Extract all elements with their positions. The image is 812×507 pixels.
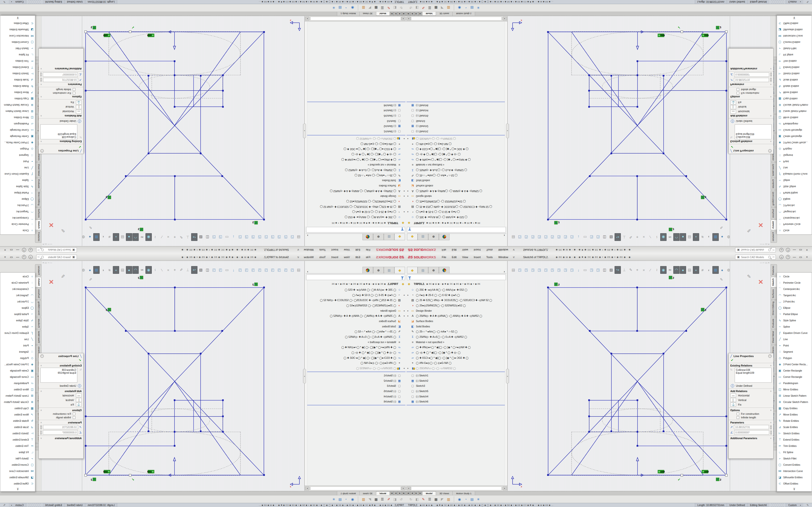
flyout-item[interactable]: ∷ Segment xyxy=(0,152,35,158)
flyout-item[interactable]: ↻ Rotate Entities xyxy=(0,418,35,424)
flyout-item[interactable]: ▦ Copy Entities xyxy=(0,405,35,411)
tab-nav-button[interactable]: ▶ xyxy=(394,12,398,16)
additional-parameters-header[interactable]: Additional Parameters ∨ xyxy=(730,67,772,70)
tree-item-sketch[interactable]: ▸ ▦ (-) Sketch6 xyxy=(406,399,507,404)
command-tab[interactable]: Surfaces xyxy=(771,288,777,300)
tree-root[interactable]: ◆ TЯPDL2. ◉ ƧƐ ◉ Ш ◉ ◦ ◉ ✚ ◉ ƆC ◉ ƧƐ ◉ +… xyxy=(305,221,405,226)
collapse-icon[interactable]: ∧ xyxy=(40,421,42,424)
option-row[interactable]: For construction xyxy=(737,92,772,95)
tree-item-sketch[interactable]: ▸ ▢ (-) Sketch1 xyxy=(406,129,507,134)
tab-propertymanager[interactable]: ▤ xyxy=(418,234,428,240)
flyout-item[interactable]: ⊛ Circular Sketch Pattern xyxy=(0,102,35,108)
command-tab[interactable]: Surfaces xyxy=(35,288,41,300)
tree-item[interactable]: ▸ ✎ ◯ 25◦∩ * ●Am◯ ◦◯ mA● * ∩◦52 ◯ xyxy=(305,329,406,334)
flyout-more-button[interactable]: ≫ xyxy=(0,16,35,20)
expand-arrow-icon[interactable]: ▸ xyxy=(401,367,405,370)
spin-up-icon[interactable]: ▴ xyxy=(40,80,42,82)
relations-listbox[interactable]: Collinear108 Equal length109 xyxy=(735,124,772,139)
checkbox[interactable] xyxy=(73,89,75,91)
spin-up-icon[interactable]: ▴ xyxy=(770,425,772,427)
tree-item[interactable]: ▸ ◑ ◯ 25●◎25ИNƐ25◯ ◦◯ 52ƐNИ52◎●52 ◯ xyxy=(406,303,507,308)
equal-length-badge[interactable]: = 109 xyxy=(103,470,110,473)
tree-item[interactable]: ▸ ▭ Design Binder xyxy=(406,194,507,199)
filter-input[interactable] xyxy=(307,275,400,279)
flyout-item[interactable]: ▪ Point xyxy=(777,158,812,165)
search-icon[interactable] xyxy=(41,256,44,258)
motion-toolbar-icon[interactable]: ◔ xyxy=(463,496,469,502)
expand-arrow-icon[interactable]: ▸ xyxy=(407,211,411,213)
flyout-item[interactable]: ƒ Equation Driven Curve xyxy=(777,171,812,177)
confirmation-corner-pencil-icon[interactable]: ✎ xyxy=(747,228,751,233)
tree-item[interactable]: ▸ ◧ Solid Bodies xyxy=(305,324,406,329)
flyout-item[interactable]: ∼ Spline xyxy=(0,177,35,183)
relation-badge[interactable]: 3 xyxy=(253,283,258,286)
tree-item-sketch[interactable]: ▸ ▢ (-) Sketch4 xyxy=(305,108,406,113)
menu-item[interactable]: File xyxy=(439,256,449,259)
collapse-icon[interactable]: ∧ xyxy=(770,421,772,424)
tree-item[interactable]: ▸ A ◯ 25ИN◎◦ ✚ A ✚ ◎ИNA◯ ◦◯ ANИ◎ ✚ A ✚ ◦… xyxy=(305,188,406,194)
menu-item[interactable]: Insert xyxy=(471,249,483,251)
user-account-icon[interactable]: ☺ xyxy=(29,248,33,252)
relation-badge[interactable]: 3 xyxy=(138,276,143,279)
tree-item[interactable]: ▸ A ◯ 25ИN◎◦ ✚ A ✚ ◎ИNA◯ ◦◯ ANИ◎ ✚ A ✚ ◦… xyxy=(406,313,507,319)
command-tab[interactable]: Sheet Metal xyxy=(35,330,41,345)
flyout-item[interactable]: ✂ Trim Entities xyxy=(777,443,812,449)
menu-item[interactable]: Tools xyxy=(317,249,328,251)
tab-nav-button[interactable]: ▶| xyxy=(390,491,394,495)
parameters-header[interactable]: Parameters ∧ xyxy=(730,83,772,86)
relation-badge[interactable]: 3 xyxy=(253,221,258,224)
relations-listbox[interactable]: Collinear108 Equal length109 xyxy=(40,368,77,383)
tree-item[interactable]: ▸ ≡ Material < not specified > xyxy=(406,162,507,168)
flyout-item[interactable]: ∿ Style Spline xyxy=(0,317,35,324)
panel-expand-icon[interactable]: › xyxy=(306,270,310,273)
add-relation-row[interactable]: │ Vertical xyxy=(40,105,82,109)
option-row[interactable]: Infinite length xyxy=(737,416,772,419)
motion-toolbar-icon[interactable]: ☰ xyxy=(379,5,385,11)
cancel-sketch-icon[interactable]: ✕ xyxy=(49,221,54,229)
collapse-icon[interactable]: ∧ xyxy=(40,409,42,411)
add-relations-header[interactable]: Add Relations ∧ xyxy=(730,390,772,393)
relation-badge[interactable]: 3 xyxy=(91,26,96,29)
tree-item[interactable]: ▸ ▤ ◯ 25 ✚ Ɛ25◯ ИN◎◦ ✚ ƆCƐUƐ25◯ ◦◯ 52ƐUƐ… xyxy=(406,297,507,303)
expand-arrow-icon[interactable]: ▸ xyxy=(401,137,405,140)
tree-item[interactable]: ▸ ◧ Solid Bodies xyxy=(305,178,406,183)
tab-nav-button[interactable]: |◀ xyxy=(402,12,406,16)
flyout-item[interactable]: ⌒ Centerpoint Arc xyxy=(777,215,812,221)
flyout-item[interactable]: ◪ Silhouette Entities xyxy=(777,474,812,481)
tree-item-sketch[interactable]: ▸ ▦ (-) Sketch2 xyxy=(305,124,406,129)
spin-down-icon[interactable]: ▾ xyxy=(770,433,772,435)
flyout-item[interactable]: ◡ 3 Point Arc xyxy=(0,202,35,209)
flyout-item[interactable]: ◌ Perimeter Circle xyxy=(777,280,812,286)
motion-toolbar-icon[interactable]: ◉ xyxy=(350,5,355,11)
tab-nav-button[interactable]: ▶ xyxy=(394,491,398,495)
flyout-item[interactable]: ∼ Spline xyxy=(777,177,812,183)
child-window-controls[interactable]: ▫ ▫ − ▭ × xyxy=(760,262,769,264)
flyout-item[interactable]: ⌐ Sketch Fillet xyxy=(0,455,35,462)
flyout-item[interactable]: ∟ Fit Spline xyxy=(0,449,35,455)
motion-toolbar-icon[interactable]: ◧ xyxy=(414,5,420,11)
tab-configurations[interactable]: ⊕ xyxy=(428,234,439,240)
tree-item[interactable]: ▸ ◔ ◯ Λ●◎ ✚ 25◦Ɛ ◯ ◦◯ Ɛ◦52 ✚ ◎●Λ ◯ xyxy=(406,210,507,215)
flyout-item[interactable]: ⌐ Sketch Fillet xyxy=(777,45,812,52)
help-icon[interactable]: ? xyxy=(22,255,26,259)
parameter-input[interactable] xyxy=(43,78,78,82)
search-icon[interactable] xyxy=(41,249,44,251)
tree-item-sketch[interactable]: ▸ ▢ (-) Sketch5 xyxy=(406,388,507,394)
parameter-input[interactable] xyxy=(43,425,78,429)
flyout-item[interactable]: ◈ 3 Point Center Recta... xyxy=(777,361,812,368)
flyout-item[interactable]: ◈ 3 Point Center Recta... xyxy=(777,139,812,146)
pin-icon[interactable]: ➤ xyxy=(512,255,516,259)
tree-item[interactable]: ▸ ⌖ ◯ ИN◦G●◎◯ ◦◯ ◎●G◦NИ ◯ xyxy=(406,360,507,366)
restore-button[interactable]: ▭ xyxy=(798,248,804,252)
flyout-item[interactable]: ▪ Point xyxy=(0,342,35,349)
tree-item-sketch[interactable]: ▸ ▦ (-) Sketch6 xyxy=(406,103,507,108)
filter-input[interactable] xyxy=(307,228,400,232)
command-tab[interactable]: Direct Editing xyxy=(35,300,41,317)
help-icon[interactable]: ? xyxy=(786,248,790,252)
tab-nav-button[interactable]: ▶ xyxy=(414,491,418,495)
tree-item[interactable]: ▸ ▤ ◯ 25 ✚ Ɛ25◯ ИN◎◦ ✚ ƆCƐUƐ25◯ ◦◯ 52ƐUƐ… xyxy=(305,204,406,210)
add-relation-row[interactable]: │ Vertical xyxy=(730,105,772,109)
flyout-item[interactable]: ↗ Move Entities xyxy=(777,411,812,418)
flyout-item[interactable]: ∿ Style Spline xyxy=(0,183,35,190)
motion-toolbar-icon[interactable]: ◔ xyxy=(463,5,469,11)
